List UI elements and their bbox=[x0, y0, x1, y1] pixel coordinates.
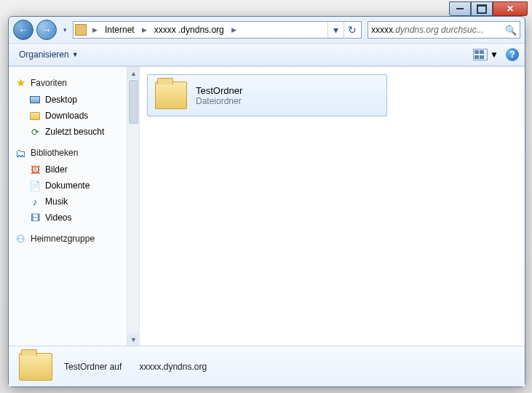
item-type: Dateiordner bbox=[196, 96, 242, 106]
breadcrumb-host[interactable]: xxxxx .dyndns.org bbox=[150, 22, 229, 38]
search-placeholder: xxxxx.dyndns.org durchsuc... bbox=[371, 25, 502, 35]
details-name: TestOrdner auf bbox=[64, 362, 122, 372]
libraries-group[interactable]: 🗂 Bibliotheken bbox=[9, 144, 139, 162]
explorer-window: ← → ▾ ▶ Internet ▶ xxxxx .dyndns.org ▶ ▾… bbox=[8, 16, 525, 387]
forward-button[interactable]: → bbox=[36, 20, 57, 40]
caret-down-icon: ▼ bbox=[72, 51, 79, 58]
content-pane[interactable]: TestOrdner Dateiordner bbox=[140, 67, 525, 346]
caret-down-icon: ▼ bbox=[490, 49, 499, 60]
window-controls bbox=[449, 1, 528, 16]
favorites-label: Favoriten bbox=[31, 78, 67, 88]
homegroup-icon: ⚇ bbox=[15, 233, 26, 245]
libraries-label: Bibliotheken bbox=[31, 148, 78, 158]
refresh-button[interactable]: ↻ bbox=[344, 22, 360, 38]
navigation-pane: ★ Favoriten Desktop Downloads ⟳ Zuletzt … bbox=[9, 67, 140, 346]
organize-label: Organisieren bbox=[19, 49, 69, 60]
view-options-button[interactable]: ▼ bbox=[473, 49, 499, 60]
tree-label: Downloads bbox=[45, 111, 88, 121]
address-bar[interactable]: ▶ Internet ▶ xxxxx .dyndns.org ▶ ▾ ↻ bbox=[73, 21, 362, 39]
back-button[interactable]: ← bbox=[13, 20, 33, 40]
tree-label: Videos bbox=[45, 213, 71, 223]
help-button[interactable]: ? bbox=[506, 48, 519, 61]
chevron-right-icon[interactable]: ▶ bbox=[229, 26, 239, 33]
tree-label: Dokumente bbox=[45, 180, 90, 191]
sidebar-item-documents[interactable]: 📄 Dokumente bbox=[9, 178, 139, 194]
sidebar-item-videos[interactable]: 🎞 Videos bbox=[9, 210, 139, 226]
recent-icon: ⟳ bbox=[29, 126, 41, 138]
tree-label: Musik bbox=[45, 196, 68, 207]
main-area: ★ Favoriten Desktop Downloads ⟳ Zuletzt … bbox=[9, 66, 525, 346]
history-dropdown[interactable]: ▾ bbox=[60, 23, 70, 37]
tree-label: Zuletzt besucht bbox=[45, 127, 104, 137]
organize-button[interactable]: Organisieren ▼ bbox=[15, 47, 83, 62]
star-icon: ★ bbox=[15, 77, 26, 89]
sidebar-item-pictures[interactable]: 🖼 Bilder bbox=[9, 162, 139, 178]
chevron-right-icon[interactable]: ▶ bbox=[139, 26, 150, 33]
homegroup-group[interactable]: ⚇ Heimnetzgruppe bbox=[9, 230, 139, 247]
command-bar: Organisieren ▼ ▼ ? bbox=[9, 43, 525, 66]
libraries-icon: 🗂 bbox=[15, 147, 26, 159]
maximize-button[interactable] bbox=[471, 1, 493, 16]
videos-icon: 🎞 bbox=[29, 212, 41, 223]
sidebar-item-desktop[interactable]: Desktop bbox=[9, 92, 139, 108]
navigation-row: ← → ▾ ▶ Internet ▶ xxxxx .dyndns.org ▶ ▾… bbox=[9, 17, 525, 43]
pictures-icon: 🖼 bbox=[29, 164, 41, 175]
tree-label: Desktop bbox=[45, 95, 77, 105]
search-icon[interactable]: 🔍 bbox=[505, 25, 517, 36]
favorites-group[interactable]: ★ Favoriten bbox=[9, 74, 139, 92]
music-icon: ♪ bbox=[29, 196, 41, 207]
location-icon bbox=[75, 24, 87, 36]
scroll-down-button[interactable]: ▼ bbox=[127, 333, 140, 346]
folder-icon bbox=[19, 353, 52, 381]
sidebar-scrollbar[interactable]: ▲ ▼ bbox=[127, 67, 139, 346]
details-pane: TestOrdner auf xxxxx.dyndns.org bbox=[9, 346, 525, 386]
close-button[interactable] bbox=[493, 1, 528, 16]
view-icon bbox=[473, 49, 488, 60]
tree-label: Bilder bbox=[45, 164, 68, 175]
address-dropdown[interactable]: ▾ bbox=[327, 22, 344, 38]
chevron-right-icon[interactable]: ▶ bbox=[90, 26, 100, 33]
sidebar-item-music[interactable]: ♪ Musik bbox=[9, 194, 139, 210]
details-host: xxxxx.dyndns.org bbox=[139, 362, 207, 372]
homegroup-label: Heimnetzgruppe bbox=[31, 234, 95, 244]
desktop-icon bbox=[29, 94, 41, 106]
minimize-button[interactable] bbox=[449, 1, 471, 16]
folder-icon bbox=[29, 110, 41, 122]
item-name: TestOrdner bbox=[196, 85, 242, 96]
scroll-up-button[interactable]: ▲ bbox=[127, 67, 140, 79]
sidebar-item-downloads[interactable]: Downloads bbox=[9, 108, 139, 124]
search-input[interactable]: xxxxx.dyndns.org durchsuc... 🔍 bbox=[368, 21, 520, 39]
sidebar-item-recent[interactable]: ⟳ Zuletzt besucht bbox=[9, 124, 139, 140]
documents-icon: 📄 bbox=[29, 180, 41, 191]
folder-item-testordner[interactable]: TestOrdner Dateiordner bbox=[147, 74, 387, 116]
breadcrumb-internet[interactable]: Internet bbox=[100, 22, 139, 38]
scroll-thumb[interactable] bbox=[129, 80, 138, 124]
folder-icon bbox=[155, 82, 187, 109]
